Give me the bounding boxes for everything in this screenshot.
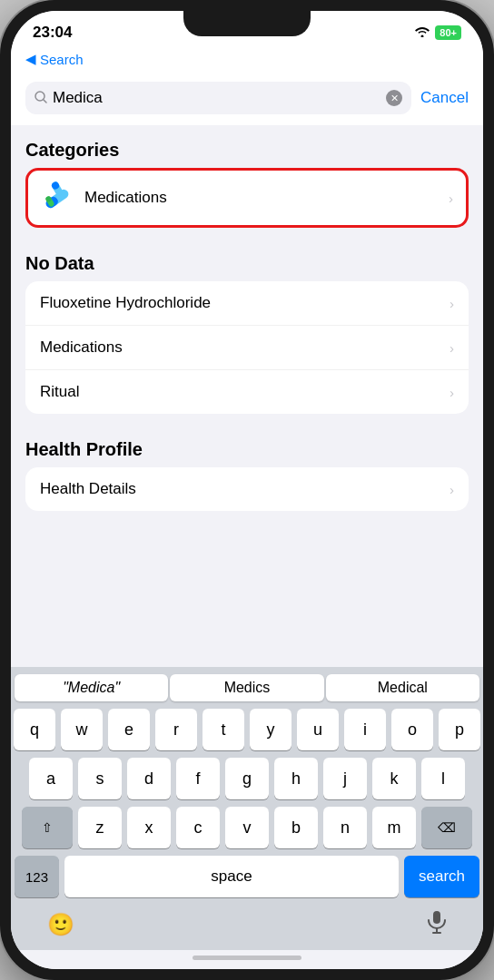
key-o[interactable]: o bbox=[391, 709, 433, 750]
ritual-label: Ritual bbox=[40, 383, 450, 401]
key-d[interactable]: d bbox=[127, 758, 171, 799]
list-item[interactable]: Fluoxetine Hydrochloride › bbox=[25, 281, 469, 326]
list-item[interactable]: Medications › bbox=[25, 326, 469, 370]
health-profile-header: Health Profile bbox=[11, 425, 483, 467]
key-z[interactable]: z bbox=[78, 807, 122, 848]
key-r[interactable]: r bbox=[155, 709, 197, 750]
search-bar-container: Medica ✕ Cancel bbox=[11, 74, 483, 125]
numbers-key[interactable]: 123 bbox=[15, 856, 59, 897]
search-key[interactable]: search bbox=[404, 856, 479, 897]
chevron-right-icon: › bbox=[450, 296, 454, 311]
key-c[interactable]: c bbox=[176, 807, 220, 848]
search-input[interactable]: Medica bbox=[53, 89, 380, 107]
key-q[interactable]: q bbox=[14, 709, 55, 750]
medications-label: Medications bbox=[84, 189, 449, 207]
battery-icon: 80+ bbox=[435, 25, 461, 40]
keyboard-row-3: ⇧ z x c v b n m ⌫ bbox=[15, 807, 479, 848]
key-t[interactable]: t bbox=[203, 709, 244, 750]
key-k[interactable]: k bbox=[372, 758, 416, 799]
emoji-icon[interactable]: 🙂 bbox=[47, 912, 74, 937]
home-bar bbox=[193, 956, 301, 960]
svg-rect-9 bbox=[433, 911, 440, 924]
keyboard-row-1: q w e r t y u i o p bbox=[15, 709, 479, 750]
list-item[interactable]: Ritual › bbox=[25, 370, 469, 414]
key-v[interactable]: v bbox=[225, 807, 269, 848]
key-m[interactable]: m bbox=[372, 807, 416, 848]
phone-screen: 23:04 80+ ◀ Search bbox=[11, 11, 483, 969]
space-key[interactable]: space bbox=[64, 856, 399, 897]
key-a[interactable]: a bbox=[29, 758, 73, 799]
key-j[interactable]: j bbox=[323, 758, 367, 799]
health-details-label: Health Details bbox=[40, 480, 450, 498]
svg-line-1 bbox=[44, 100, 46, 103]
shift-key[interactable]: ⇧ bbox=[22, 807, 73, 848]
key-e[interactable]: e bbox=[108, 709, 150, 750]
key-n[interactable]: n bbox=[323, 807, 367, 848]
phone-frame: 23:04 80+ ◀ Search bbox=[0, 0, 494, 980]
autocomplete-item-1[interactable]: Medics bbox=[170, 674, 323, 701]
back-nav[interactable]: ◀ Search bbox=[11, 47, 483, 74]
key-f[interactable]: f bbox=[176, 758, 220, 799]
medications-category-item[interactable]: Medications › bbox=[25, 168, 469, 228]
cancel-button[interactable]: Cancel bbox=[420, 89, 469, 107]
medications-nodata-label: Medications bbox=[40, 338, 450, 357]
fluoxetine-label: Fluoxetine Hydrochloride bbox=[40, 294, 450, 312]
key-l[interactable]: l bbox=[421, 758, 465, 799]
key-x[interactable]: x bbox=[127, 807, 171, 848]
no-data-list: Fluoxetine Hydrochloride › Medications ›… bbox=[25, 281, 469, 414]
key-p[interactable]: p bbox=[439, 709, 480, 750]
health-profile-list: Health Details › bbox=[25, 467, 469, 511]
chevron-right-icon: › bbox=[450, 340, 454, 356]
autocomplete-bar: "Medica" Medics Medical bbox=[11, 667, 483, 705]
no-data-header: No Data bbox=[11, 239, 483, 281]
status-icons: 80+ bbox=[415, 25, 461, 40]
back-nav-label[interactable]: Search bbox=[40, 52, 84, 67]
status-time: 23:04 bbox=[33, 24, 72, 42]
notch bbox=[183, 11, 311, 36]
chevron-right-icon: › bbox=[450, 385, 454, 400]
keyboard-accessory-bar: 🙂 bbox=[11, 903, 483, 950]
wifi-icon bbox=[415, 25, 430, 40]
search-magnifier-icon bbox=[35, 91, 47, 106]
content-area: Categories bbox=[11, 125, 483, 667]
key-g[interactable]: g bbox=[225, 758, 269, 799]
microphone-icon[interactable] bbox=[427, 910, 447, 939]
categories-header: Categories bbox=[11, 125, 483, 168]
home-indicator bbox=[11, 950, 483, 969]
key-y[interactable]: y bbox=[250, 709, 291, 750]
chevron-right-icon: › bbox=[449, 191, 453, 206]
chevron-right-icon: › bbox=[450, 482, 454, 497]
delete-key[interactable]: ⌫ bbox=[421, 807, 472, 848]
search-clear-button[interactable]: ✕ bbox=[386, 90, 402, 106]
search-input-wrapper[interactable]: Medica ✕ bbox=[25, 82, 411, 114]
key-s[interactable]: s bbox=[78, 758, 122, 799]
back-arrow-icon: ◀ bbox=[25, 51, 36, 67]
keyboard-bottom-row: 123 space search bbox=[11, 856, 483, 903]
list-item[interactable]: Health Details › bbox=[25, 467, 469, 511]
keyboard-area: "Medica" Medics Medical q w e r t y u i … bbox=[11, 667, 483, 950]
keyboard-row-2: a s d f g h j k l bbox=[15, 758, 479, 799]
key-u[interactable]: u bbox=[297, 709, 339, 750]
key-b[interactable]: b bbox=[274, 807, 318, 848]
key-h[interactable]: h bbox=[274, 758, 318, 799]
autocomplete-item-0[interactable]: "Medica" bbox=[15, 674, 168, 701]
key-w[interactable]: w bbox=[61, 709, 103, 750]
medications-icon bbox=[41, 181, 74, 214]
key-i[interactable]: i bbox=[344, 709, 386, 750]
keyboard-rows: q w e r t y u i o p a s d f g bbox=[11, 705, 483, 848]
autocomplete-item-2[interactable]: Medical bbox=[326, 674, 479, 701]
